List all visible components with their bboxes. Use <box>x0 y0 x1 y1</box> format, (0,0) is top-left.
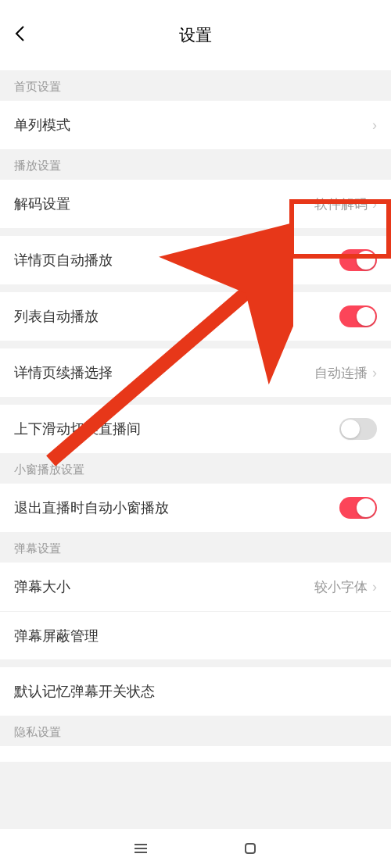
chevron-right-icon: › <box>372 365 377 381</box>
row-label: 详情页自动播放 <box>14 251 113 270</box>
section-pip: 小窗播放设置 <box>0 453 391 484</box>
row-danmu-filter[interactable]: 弹幕屏蔽管理 <box>0 611 391 659</box>
row-label: 详情页续播选择 <box>14 363 113 382</box>
row-label: 上下滑动切换直播间 <box>14 420 141 438</box>
row-label: 单列模式 <box>14 116 70 134</box>
system-navbar <box>0 829 391 868</box>
svg-rect-2 <box>135 848 147 849</box>
row-value: 自动连播 › <box>314 364 377 382</box>
chevron-right-icon: › <box>372 117 377 134</box>
chevron-right-icon: › <box>372 196 377 213</box>
row-detail-continue[interactable]: 详情页续播选择 自动连播 › <box>0 348 391 397</box>
chevron-right-icon: › <box>372 579 377 595</box>
home-icon[interactable] <box>242 841 258 856</box>
row-danmu-size[interactable]: 弹幕大小 较小字体 › <box>0 563 391 611</box>
svg-rect-4 <box>246 844 255 853</box>
svg-rect-1 <box>135 844 147 845</box>
row-exit-pip[interactable]: 退出直播时自动小窗播放 <box>0 484 391 532</box>
toggle-swipe-room[interactable] <box>339 418 377 440</box>
back-button[interactable] <box>14 23 25 48</box>
danmu-size-value: 较小字体 <box>314 578 368 596</box>
section-privacy: 隐私设置 <box>0 716 391 746</box>
recent-apps-icon[interactable] <box>133 841 149 856</box>
row-decode[interactable]: 解码设置 软件解码 › <box>0 180 391 228</box>
row-label: 退出直播时自动小窗播放 <box>14 498 169 517</box>
header: 设置 <box>0 0 391 70</box>
row-label: 解码设置 <box>14 195 70 213</box>
section-home: 首页设置 <box>0 70 391 101</box>
toggle-exit-pip[interactable] <box>339 497 377 519</box>
row-value: 较小字体 › <box>314 578 377 596</box>
row-label: 弹幕大小 <box>14 577 70 596</box>
row-single-column[interactable]: 单列模式 › <box>0 101 391 149</box>
section-danmu: 弹幕设置 <box>0 532 391 563</box>
page-title: 设置 <box>14 24 377 46</box>
row-detail-autoplay[interactable]: 详情页自动播放 <box>0 236 391 284</box>
row-cut[interactable] <box>0 746 391 762</box>
toggle-detail-autoplay[interactable] <box>339 249 377 271</box>
row-swipe-room[interactable]: 上下滑动切换直播间 <box>0 405 391 453</box>
row-danmu-remember[interactable]: 默认记忆弹幕开关状态 <box>0 667 391 716</box>
continue-value: 自动连播 <box>314 364 368 382</box>
row-list-autoplay[interactable]: 列表自动播放 <box>0 292 391 341</box>
row-label: 默认记忆弹幕开关状态 <box>14 682 155 701</box>
decode-value: 软件解码 <box>314 195 368 213</box>
row-label: 弹幕屏蔽管理 <box>14 627 99 645</box>
toggle-list-autoplay[interactable] <box>339 305 377 327</box>
svg-rect-3 <box>135 852 147 853</box>
section-play: 播放设置 <box>0 149 391 180</box>
row-label: 列表自动播放 <box>14 307 99 326</box>
row-value: 软件解码 › <box>314 195 377 213</box>
